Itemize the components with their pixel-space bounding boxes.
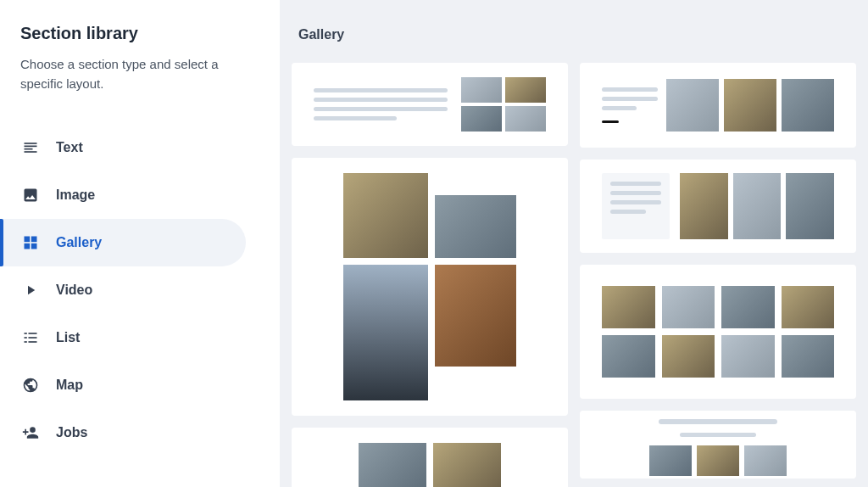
main-panel: Gallery (280, 0, 868, 487)
placeholder-thumb-grid (461, 77, 546, 132)
sidebar-title: Section library (20, 24, 259, 43)
sidebar-item-map[interactable]: Map (0, 361, 280, 409)
sidebar-item-jobs[interactable]: Jobs (0, 409, 280, 456)
text-icon (20, 137, 41, 158)
svg-rect-12 (25, 341, 27, 343)
layouts-column-right (580, 63, 856, 487)
svg-rect-2 (25, 148, 33, 150)
sidebar-item-label: Jobs (56, 425, 87, 440)
sidebar-header: Section library Choose a section type an… (0, 24, 280, 110)
placeholder-thumb-row (649, 445, 787, 476)
placeholder-text-block (602, 173, 670, 239)
video-icon (20, 280, 41, 300)
svg-rect-1 (25, 146, 37, 148)
placeholder-thumb (343, 173, 428, 258)
svg-rect-0 (25, 143, 37, 144)
placeholder-thumb (435, 195, 516, 258)
sidebar-item-list[interactable]: List (0, 314, 280, 361)
layout-card-centered-title-row[interactable] (580, 411, 856, 479)
placeholder-thumb (359, 443, 426, 487)
placeholder-thumb (433, 443, 501, 487)
image-icon (20, 185, 41, 205)
layout-card-text-grid-2x2[interactable] (292, 63, 568, 146)
sidebar-item-label: Gallery (56, 235, 102, 250)
sidebar-item-text[interactable]: Text (0, 124, 280, 171)
sidebar-item-label: Text (56, 140, 83, 155)
svg-rect-11 (29, 337, 37, 339)
placeholder-subtitle-line (680, 433, 756, 437)
placeholder-text-block (314, 88, 448, 120)
placeholder-thumb (343, 265, 428, 400)
sidebar-item-gallery[interactable]: Gallery (0, 219, 246, 266)
sidebar-item-label: Image (56, 188, 95, 203)
layout-card-grid-4x2[interactable] (580, 265, 856, 399)
map-icon (20, 375, 41, 395)
placeholder-text-block (602, 87, 658, 123)
svg-rect-8 (25, 333, 27, 334)
sidebar-item-image[interactable]: Image (0, 171, 280, 219)
gallery-layouts (280, 63, 868, 487)
sidebar-item-label: List (56, 330, 80, 345)
svg-rect-5 (31, 237, 37, 243)
svg-rect-7 (31, 244, 37, 249)
sidebar-nav: Text Image Gallery Video List (0, 124, 280, 456)
svg-rect-3 (25, 151, 37, 153)
gallery-icon (20, 232, 41, 253)
svg-rect-4 (25, 237, 31, 243)
svg-rect-10 (25, 337, 27, 339)
placeholder-title-line (659, 419, 777, 424)
placeholder-thumb (435, 265, 516, 367)
placeholder-thumb-row (680, 173, 834, 239)
svg-rect-9 (29, 333, 37, 334)
placeholder-thumb-row (666, 79, 834, 132)
svg-rect-13 (29, 341, 37, 343)
layout-card-text-row-3-labeled[interactable] (580, 63, 856, 148)
sidebar-item-label: Video (56, 283, 92, 298)
layout-card-textbox-row-3[interactable] (580, 160, 856, 253)
main-title: Gallery (280, 27, 868, 63)
sidebar-subtitle: Choose a section type and select a speci… (20, 55, 259, 93)
list-icon (20, 327, 41, 348)
placeholder-thumb-grid (602, 286, 834, 378)
jobs-icon (20, 423, 41, 443)
layouts-column-left (292, 63, 568, 487)
sidebar-item-label: Map (56, 378, 83, 393)
svg-rect-6 (25, 244, 31, 249)
layout-card-collage-4[interactable] (292, 158, 568, 416)
sidebar-item-video[interactable]: Video (0, 266, 280, 314)
sidebar: Section library Choose a section type an… (0, 0, 280, 487)
layout-card-row-2-large[interactable] (292, 428, 568, 487)
